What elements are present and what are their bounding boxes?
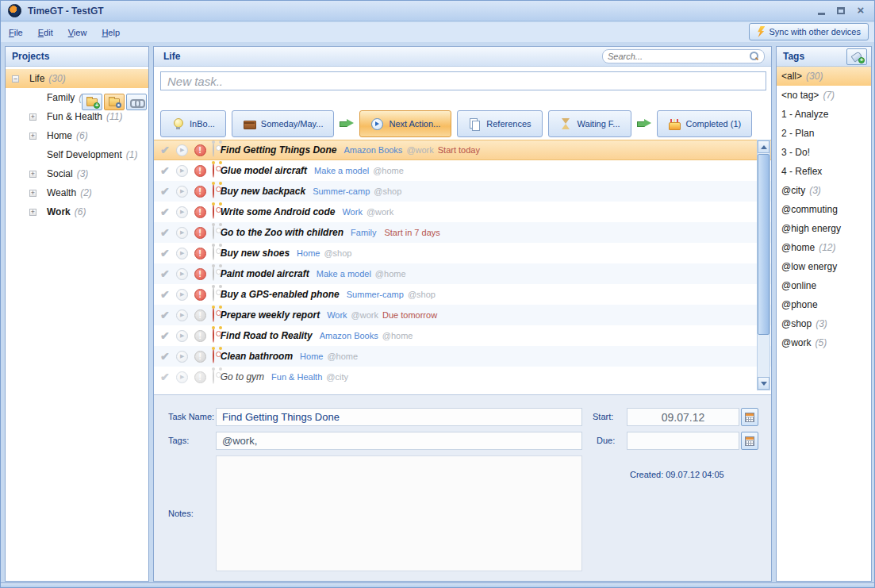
start-play-icon[interactable]: ▶ bbox=[176, 330, 188, 342]
complete-check-icon[interactable]: ✔ bbox=[160, 185, 170, 198]
menu-item-edit[interactable]: Edit bbox=[31, 25, 60, 40]
menu-item-view[interactable]: View bbox=[61, 25, 94, 40]
start-play-icon[interactable]: ▶ bbox=[176, 309, 188, 321]
sidebar-item-home[interactable]: Home (6) bbox=[6, 126, 148, 145]
alarm-clock-icon[interactable] bbox=[213, 205, 214, 219]
tab-references[interactable]: References bbox=[457, 110, 542, 137]
task-row-glue-model-aircraft[interactable]: ✔ ▶ ! Glue model aircraft Make a model @… bbox=[154, 160, 771, 181]
expander-icon[interactable] bbox=[29, 190, 36, 197]
tag-item-work[interactable]: @work (5) bbox=[777, 333, 871, 352]
start-play-icon[interactable]: ▶ bbox=[176, 227, 188, 239]
start-play-icon[interactable]: ▶ bbox=[176, 165, 188, 177]
alarm-clock-icon[interactable] bbox=[213, 370, 214, 384]
add-project-button[interactable]: + bbox=[82, 94, 102, 110]
task-project-link[interactable]: Amazon Books bbox=[343, 145, 402, 155]
alarm-clock-icon[interactable] bbox=[213, 287, 214, 302]
minimize-button[interactable] bbox=[814, 4, 828, 17]
task-row-find-road-to-reality[interactable]: ✔ ▶ ! Find Road to Reality Amazon Books … bbox=[154, 325, 771, 346]
task-project-link[interactable]: Make a model bbox=[314, 166, 369, 175]
expander-icon[interactable] bbox=[29, 113, 36, 121]
priority-icon[interactable]: ! bbox=[194, 206, 206, 218]
close-button[interactable]: × bbox=[854, 4, 868, 17]
tag-item-high-energy[interactable]: @high energy bbox=[777, 219, 871, 238]
task-row-paint-model-aircraft[interactable]: ✔ ▶ ! Paint model aircraft Make a model … bbox=[154, 263, 771, 284]
alarm-clock-icon[interactable] bbox=[213, 308, 214, 322]
priority-icon[interactable]: ! bbox=[194, 330, 206, 342]
tab-inbo[interactable]: InBo... bbox=[160, 110, 226, 137]
tag-item-low-energy[interactable]: @low energy bbox=[777, 257, 871, 276]
start-play-icon[interactable]: ▶ bbox=[176, 144, 188, 156]
alarm-clock-icon[interactable] bbox=[213, 225, 214, 240]
menu-item-file[interactable]: File bbox=[2, 25, 30, 40]
priority-icon[interactable]: ! bbox=[194, 309, 206, 321]
task-project-link[interactable]: Amazon Books bbox=[320, 331, 378, 340]
task-row-write-some-android-code[interactable]: ✔ ▶ ! Write some Android code Work @work bbox=[154, 202, 771, 222]
alarm-clock-icon[interactable] bbox=[213, 163, 214, 178]
complete-check-icon[interactable]: ✔ bbox=[160, 371, 170, 383]
menu-item-help[interactable]: Help bbox=[94, 25, 127, 40]
sidebar-item-social[interactable]: Social (3) bbox=[6, 164, 148, 183]
start-play-icon[interactable]: ▶ bbox=[176, 268, 188, 280]
start-play-icon[interactable]: ▶ bbox=[176, 371, 188, 383]
complete-check-icon[interactable]: ✔ bbox=[160, 247, 170, 259]
start-play-icon[interactable]: ▶ bbox=[176, 289, 188, 301]
task-row-buy-new-backpack[interactable]: ✔ ▶ ! Buy new backpack Summer-camp @shop bbox=[154, 181, 771, 202]
start-calendar-button[interactable] bbox=[741, 408, 758, 426]
priority-icon[interactable]: ! bbox=[194, 144, 206, 156]
expander-icon[interactable] bbox=[12, 75, 19, 83]
scrollbar-thumb[interactable] bbox=[758, 154, 769, 335]
complete-check-icon[interactable]: ✔ bbox=[160, 350, 170, 363]
alarm-clock-icon[interactable] bbox=[213, 246, 214, 260]
notes-field[interactable] bbox=[216, 455, 582, 571]
tag-item-4-reflex[interactable]: 4 - Reflex bbox=[777, 162, 871, 181]
tag-item-commuting[interactable]: @commuting bbox=[777, 200, 871, 219]
task-project-link[interactable]: Home bbox=[297, 248, 320, 258]
task-project-link[interactable]: Summer-camp bbox=[347, 290, 404, 299]
start-play-icon[interactable]: ▶ bbox=[176, 206, 188, 218]
tag-item-2-plan[interactable]: 2 - Plan bbox=[777, 124, 871, 143]
priority-icon[interactable]: ! bbox=[194, 186, 206, 198]
expander-icon[interactable] bbox=[29, 133, 36, 140]
tab-next-action[interactable]: Next Action... bbox=[359, 110, 451, 137]
tab-someday-may[interactable]: Someday/May... bbox=[232, 110, 335, 137]
due-date-field[interactable] bbox=[627, 432, 739, 450]
sidebar-item-self-development[interactable]: Self Development (1) bbox=[6, 145, 148, 164]
task-project-link[interactable]: Home bbox=[300, 352, 323, 361]
priority-icon[interactable]: ! bbox=[194, 227, 206, 239]
complete-check-icon[interactable]: ✔ bbox=[160, 226, 170, 239]
task-row-clean-bathroom[interactable]: ✔ ▶ ! Clean bathroom Home @home bbox=[154, 346, 771, 367]
tab-completed-1[interactable]: Completed (1) bbox=[657, 110, 753, 137]
task-row-go-to-gym[interactable]: ✔ ▶ ! Go to gym Fun & Health @city bbox=[154, 367, 771, 387]
task-project-link[interactable]: Make a model bbox=[317, 269, 371, 279]
task-row-go-to-the-zoo-with-children[interactable]: ✔ ▶ ! Go to the Zoo with children Family… bbox=[154, 222, 771, 243]
new-task-input[interactable] bbox=[160, 71, 766, 90]
task-project-link[interactable]: Fun & Health bbox=[271, 372, 322, 382]
complete-check-icon[interactable]: ✔ bbox=[160, 267, 170, 280]
scroll-up-button[interactable] bbox=[758, 140, 769, 153]
tags-field[interactable] bbox=[216, 432, 582, 450]
alarm-clock-icon[interactable] bbox=[213, 143, 214, 157]
maximize-button[interactable] bbox=[834, 4, 848, 17]
task-name-field[interactable] bbox=[216, 408, 582, 426]
complete-check-icon[interactable]: ✔ bbox=[160, 309, 170, 321]
tag-item-no-tag[interactable]: <no tag> (7) bbox=[777, 86, 871, 105]
task-project-link[interactable]: Work bbox=[342, 207, 362, 217]
task-row-find-getting-things-done[interactable]: ✔ ▶ ! Find Getting Things Done Amazon Bo… bbox=[154, 140, 771, 160]
tag-item-shop[interactable]: @shop (3) bbox=[777, 314, 871, 333]
task-row-buy-a-gps-enabled-phone[interactable]: ✔ ▶ ! Buy a GPS-enabled phone Summer-cam… bbox=[154, 284, 771, 305]
tag-item-online[interactable]: @online bbox=[777, 276, 871, 295]
complete-check-icon[interactable]: ✔ bbox=[160, 329, 170, 342]
complete-check-icon[interactable]: ✔ bbox=[160, 164, 170, 177]
tag-item-home[interactable]: @home (12) bbox=[777, 238, 871, 257]
sidebar-item-work[interactable]: Work (6) bbox=[6, 202, 148, 221]
tag-item-city[interactable]: @city (3) bbox=[777, 181, 871, 200]
due-calendar-button[interactable] bbox=[741, 432, 758, 450]
tab-waiting-f[interactable]: Waiting F... bbox=[548, 110, 631, 137]
start-play-icon[interactable]: ▶ bbox=[176, 186, 188, 198]
add-tag-button[interactable]: + bbox=[846, 48, 867, 65]
expander-icon[interactable] bbox=[29, 209, 36, 216]
complete-check-icon[interactable]: ✔ bbox=[160, 206, 170, 218]
priority-icon[interactable]: ! bbox=[194, 371, 206, 383]
start-play-icon[interactable]: ▶ bbox=[176, 248, 188, 259]
task-list-scrollbar[interactable] bbox=[757, 140, 770, 390]
